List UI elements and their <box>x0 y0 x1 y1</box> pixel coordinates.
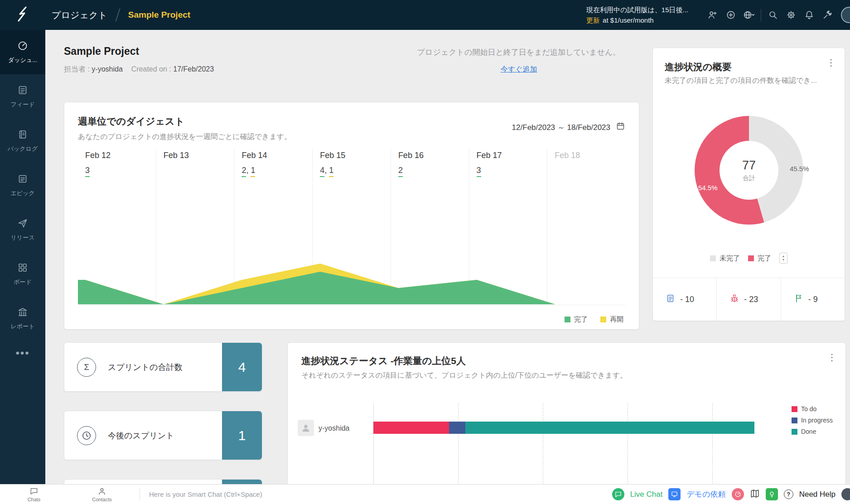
tools-icon[interactable] <box>818 6 836 24</box>
gauge-badge-icon[interactable] <box>732 488 744 500</box>
sidebar-item-epic[interactable]: エピック <box>0 163 45 207</box>
topbar-app-label[interactable]: プロジェクト <box>52 9 107 21</box>
trial-notice: 現在利用中の試用版は、15日後... 更新at $1/user/month <box>586 5 688 26</box>
chart-gridline <box>628 403 628 484</box>
digest-day-column: Feb 16 2 <box>391 149 469 305</box>
digest-day-column: Feb 17 3 <box>469 149 547 305</box>
donut-center: 77 合計 <box>720 141 778 200</box>
legend-swatch <box>600 317 606 322</box>
workload-legend: To do In progress Done <box>792 405 833 435</box>
digest-day-date: Feb 17 <box>477 151 502 160</box>
chats-tab[interactable]: Chats <box>0 487 68 502</box>
upcoming-sprints-card[interactable]: 今後のスプリント 1 <box>64 411 262 460</box>
page-header: Sample Project 担当者 : y-yoshida Created o… <box>64 45 214 74</box>
owner-label: 担当者 : <box>64 65 90 73</box>
page-title: Sample Project <box>64 45 214 58</box>
demo-request-link[interactable]: デモの依頼 <box>686 489 725 499</box>
digest-reopened-count[interactable]: 1 <box>329 166 333 177</box>
workload-bar-segment[interactable] <box>465 422 754 434</box>
stat-label: 今後のスプリント <box>108 430 174 441</box>
app-logo[interactable] <box>0 0 45 30</box>
stat-card-partial[interactable] <box>64 479 262 484</box>
sidebar-item-release[interactable]: リリース <box>0 207 45 252</box>
digest-done-count[interactable]: 3 <box>85 166 90 177</box>
user-avatar[interactable] <box>841 7 850 23</box>
sidebar-item-backlog[interactable]: バックログ <box>0 119 45 163</box>
digest-done-count[interactable]: 4 <box>320 166 324 177</box>
sidebar-item-board[interactable]: ボード <box>0 252 45 296</box>
need-help-link[interactable]: Need Help <box>799 490 836 499</box>
created-label: Created on : <box>131 65 171 73</box>
sidebar-item-feed[interactable]: フィード <box>0 74 45 119</box>
digest-day-date: Feb 16 <box>398 151 424 160</box>
plus-icon[interactable] <box>722 6 740 24</box>
digest-date-range-picker[interactable]: 12/Feb/2023 ～ 18/Feb/2023 <box>512 121 625 133</box>
partial-avatar-icon[interactable] <box>841 488 850 500</box>
stat-label: スプリントの合計数 <box>108 362 183 373</box>
donut-total-value: 77 <box>742 158 756 173</box>
sidebar-item-dashboard[interactable]: ダッシュ... <box>0 30 45 74</box>
legend-swatch <box>792 418 797 423</box>
map-icon[interactable] <box>750 489 760 500</box>
settings-gear-icon[interactable] <box>782 6 800 24</box>
help-icon[interactable]: ? <box>784 490 793 499</box>
digest-done-count[interactable]: 3 <box>477 166 481 177</box>
kebab-menu-icon[interactable]: ⋮ <box>826 58 836 67</box>
sidebar-item-report[interactable]: レポート <box>0 296 45 341</box>
project-meta: 担当者 : y-yoshida Created on : 17/Feb/2023 <box>64 65 214 74</box>
workload-bar-segment[interactable] <box>373 422 449 434</box>
person-icon <box>98 488 106 496</box>
sidebar: ダッシュ... フィード バックログ エピック リリース ボード レポート ••… <box>0 30 45 484</box>
flag-count[interactable]: - 9 <box>781 278 845 321</box>
chat-bubble-icon <box>30 488 38 496</box>
lightbulb-icon[interactable] <box>766 488 778 500</box>
workload-bar-segment[interactable] <box>449 422 465 434</box>
workload-stacked-bar <box>373 422 754 434</box>
upgrade-price: at $1/user/month <box>603 16 654 24</box>
bug-count[interactable]: - 23 <box>716 278 780 321</box>
epic-icon <box>17 173 28 184</box>
legend-item-open: 未完了 <box>710 254 740 263</box>
kebab-menu-icon[interactable]: ⋮ <box>827 353 836 362</box>
project-dates-notice: プロジェクトの開始日と終了日をまだ追加していません。 今すぐ追加 <box>406 47 632 74</box>
upgrade-link[interactable]: 更新 <box>586 16 600 24</box>
sidebar-more-button[interactable]: ••• <box>0 347 45 360</box>
live-chat-icon[interactable] <box>612 488 624 500</box>
legend-swatch <box>710 255 716 261</box>
chart-gridline <box>712 403 713 484</box>
legend-label: 未完了 <box>720 254 740 263</box>
language-globe-icon[interactable] <box>740 6 758 24</box>
story-count[interactable]: - 10 <box>653 278 716 321</box>
topbar: プロジェクト Sample Project 現在利用中の試用版は、15日後...… <box>0 0 850 30</box>
legend-swatch <box>748 255 754 261</box>
topbar-project-name[interactable]: Sample Project <box>128 10 190 20</box>
digest-legend: 完了 再開 <box>78 315 625 324</box>
digest-day-column: Feb 13 <box>156 149 234 305</box>
add-dates-link[interactable]: 今すぐ追加 <box>501 65 537 74</box>
topbar-divider <box>761 9 761 21</box>
clock-icon <box>77 426 96 445</box>
search-icon[interactable] <box>764 6 782 24</box>
demo-request-icon[interactable] <box>668 488 681 500</box>
legend-pager-spinner[interactable]: ▲▼ <box>779 253 787 264</box>
user-add-icon[interactable] <box>704 6 722 24</box>
notifications-bell-icon[interactable] <box>800 6 818 24</box>
digest-done-count[interactable]: 2 <box>398 166 403 177</box>
user-avatar <box>298 420 314 436</box>
chart-gridline <box>543 403 543 484</box>
sprint-total-card[interactable]: Σ スプリントの合計数 4 <box>64 342 262 392</box>
live-chat-link[interactable]: Live Chat <box>630 490 663 499</box>
dates-notice-text: プロジェクトの開始日と終了日をまだ追加していません。 <box>406 47 632 58</box>
app-root: プロジェクト Sample Project 現在利用中の試用版は、15日後...… <box>0 0 850 504</box>
board-icon <box>17 262 28 273</box>
legend-swatch <box>565 317 570 322</box>
digest-done-count[interactable]: 2 <box>241 166 246 177</box>
breadcrumb-divider <box>115 8 120 21</box>
donut-total-label: 合計 <box>743 174 755 182</box>
smart-chat-input[interactable] <box>144 490 612 498</box>
contacts-tab[interactable]: Contacts <box>68 487 136 502</box>
digest-reopened-count[interactable]: 1 <box>251 166 255 177</box>
legend-item-todo: To do <box>792 405 833 413</box>
bug-count-value: - 23 <box>744 295 758 304</box>
sidebar-item-label: リリース <box>11 234 35 242</box>
